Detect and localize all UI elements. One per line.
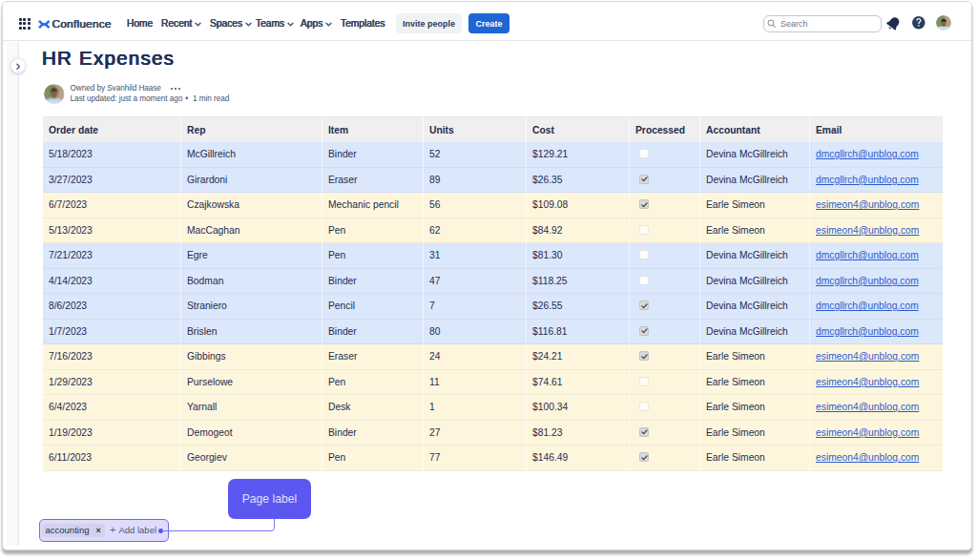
email-link[interactable]: dmcgllrch@unblog.com [816, 276, 919, 286]
cell-rep: Straniero [181, 294, 322, 320]
cell-accountant: Devina McGillreich [700, 243, 810, 269]
cell-accountant: Earle Simeon [700, 193, 810, 218]
column-header-processed: Processed [630, 116, 700, 142]
cell-units: 11 [424, 370, 527, 396]
table-header: Order dateRepItemUnitsCostProcessedAccou… [43, 116, 943, 142]
cell-processed [630, 344, 700, 370]
email-link[interactable]: esimeon4@unblog.com [816, 402, 919, 412]
cell-processed [630, 294, 700, 320]
nav-item-home[interactable]: Home [127, 5, 153, 43]
nav-item-templates[interactable]: Templates [341, 5, 385, 43]
nav-item-apps[interactable]: Apps [301, 5, 332, 43]
cell-order-date: 1/29/2023 [43, 370, 181, 396]
email-link[interactable]: dmcgllrch@unblog.com [816, 149, 919, 159]
label-chip-accounting[interactable]: accounting × [42, 524, 105, 537]
email-link[interactable]: esimeon4@unblog.com [816, 452, 919, 463]
cell-rep: Purselowe [181, 370, 322, 396]
cell-order-date: 5/13/2023 [43, 218, 181, 244]
invite-people-button[interactable]: Invite people [396, 13, 462, 33]
email-link[interactable]: esimeon4@unblog.com [816, 225, 919, 236]
chevron-down-icon [325, 22, 332, 27]
processed-checkbox[interactable] [639, 402, 649, 411]
table-row: 1/7/2023BrislenBinder80$116.81Devina McG… [43, 320, 943, 345]
cell-email: dmcgllrch@unblog.com [810, 168, 943, 194]
processed-checkbox[interactable] [639, 225, 649, 235]
email-link[interactable]: esimeon4@unblog.com [816, 199, 919, 210]
table-row: 6/7/2023CzajkowskaMechanic pencil56$109.… [43, 193, 943, 218]
cell-processed [630, 395, 700, 421]
top-navigation-bar: Confluence HomeRecentSpacesTeamsAppsTemp… [3, 2, 972, 41]
app-content: Confluence HomeRecentSpacesTeamsAppsTemp… [3, 2, 972, 550]
owner-avatar[interactable] [44, 84, 65, 105]
email-link[interactable]: esimeon4@unblog.com [816, 377, 919, 387]
nav-item-label: Spaces [210, 18, 242, 29]
add-label-button[interactable]: + Add label [110, 523, 156, 537]
cell-item: Eraser [322, 344, 424, 370]
help-icon[interactable] [912, 16, 925, 30]
email-link[interactable]: esimeon4@unblog.com [816, 351, 919, 362]
annotation-callout: Page label [228, 479, 311, 519]
create-button[interactable]: Create [468, 13, 509, 33]
cell-item: Binder [322, 320, 424, 345]
processed-checkbox[interactable] [639, 175, 649, 184]
chevron-down-icon [245, 22, 252, 27]
cell-accountant: Earle Simeon [700, 395, 810, 421]
column-header-rep: Rep [181, 116, 322, 142]
table-row: 3/27/2023GirardoniEraser89$26.35Devina M… [43, 168, 943, 194]
email-link[interactable]: dmcgllrch@unblog.com [816, 250, 919, 260]
processed-checkbox[interactable] [639, 276, 649, 285]
cell-units: 7 [424, 294, 527, 320]
email-link[interactable]: dmcgllrch@unblog.com [816, 175, 919, 185]
email-link[interactable]: esimeon4@unblog.com [816, 427, 919, 438]
chevron-down-icon [195, 22, 201, 27]
cell-order-date: 6/7/2023 [43, 193, 181, 218]
table-row: 7/16/2023GibbingsEraser24$24.21Earle Sim… [43, 344, 943, 370]
sidebar-expand-button[interactable] [10, 58, 26, 73]
owned-by-text[interactable]: Owned by Svanhild Haase [71, 83, 161, 93]
processed-checkbox[interactable] [639, 452, 649, 462]
cell-accountant: Devina McGillreich [700, 269, 810, 295]
cell-cost: $24.21 [527, 344, 630, 370]
nav-item-spaces[interactable]: Spaces [210, 5, 252, 43]
cell-item: Binder [322, 421, 424, 446]
email-link[interactable]: dmcgllrch@unblog.com [816, 301, 919, 311]
processed-checkbox[interactable] [639, 250, 649, 259]
cell-item: Pen [322, 446, 424, 471]
nav-item-recent[interactable]: Recent [161, 5, 201, 43]
annotation-connector-horizontal [162, 519, 275, 532]
byline-separator: • [185, 94, 188, 103]
cell-accountant: Earle Simeon [700, 446, 810, 471]
nav-item-label: Home [127, 18, 153, 29]
processed-checkbox[interactable] [639, 149, 649, 158]
processed-checkbox[interactable] [639, 351, 649, 361]
search-input[interactable] [780, 19, 875, 29]
cell-email: esimeon4@unblog.com [810, 395, 943, 421]
user-avatar[interactable] [936, 15, 951, 31]
column-header-cost: Cost [527, 116, 630, 142]
cell-order-date: 7/16/2023 [43, 344, 181, 370]
processed-checkbox[interactable] [639, 377, 649, 386]
cell-item: Pen [322, 370, 424, 396]
app-switcher-icon[interactable] [19, 18, 31, 30]
cell-email: dmcgllrch@unblog.com [810, 243, 943, 269]
confluence-brand[interactable]: Confluence [38, 5, 112, 43]
cell-cost: $84.92 [527, 218, 630, 244]
last-updated-text[interactable]: Last updated: just a moment ago [71, 94, 183, 103]
processed-checkbox[interactable] [639, 199, 649, 209]
search-box[interactable] [763, 15, 882, 32]
processed-checkbox[interactable] [639, 301, 649, 310]
more-actions-icon[interactable] [171, 88, 180, 90]
email-link[interactable]: dmcgllrch@unblog.com [816, 326, 919, 337]
column-header-units: Units [424, 116, 527, 142]
processed-checkbox[interactable] [639, 427, 649, 437]
notifications-bell-icon[interactable] [886, 16, 901, 31]
nav-item-teams[interactable]: Teams [256, 5, 294, 43]
remove-label-icon[interactable]: × [95, 526, 100, 535]
cell-email: esimeon4@unblog.com [810, 446, 943, 471]
cell-order-date: 6/4/2023 [43, 395, 181, 421]
cell-processed [630, 370, 700, 396]
cell-order-date: 8/6/2023 [43, 294, 181, 320]
cell-accountant: Devina McGillreich [700, 142, 810, 168]
processed-checkbox[interactable] [639, 326, 649, 336]
cell-cost: $26.55 [527, 294, 630, 320]
